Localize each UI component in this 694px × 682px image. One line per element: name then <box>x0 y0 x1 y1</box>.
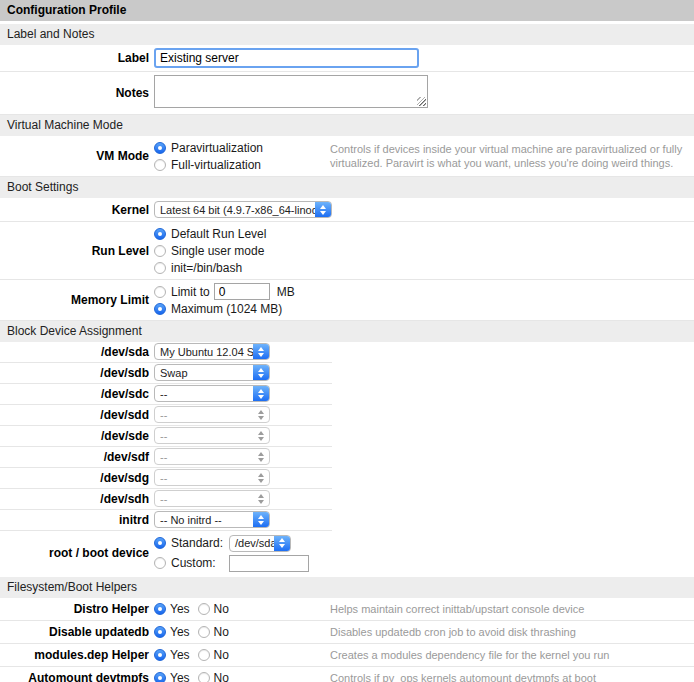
helper-help: Disables updatedb cron job to avoid disk… <box>330 625 694 639</box>
radio-yes[interactable] <box>154 649 166 661</box>
section-label-and-notes: Label and Notes <box>0 24 694 45</box>
initrd-label: initrd <box>0 513 149 527</box>
radio-yes[interactable] <box>154 603 166 615</box>
standard-root-select[interactable]: /dev/sda <box>229 535 291 552</box>
device-row-sde: /dev/sde -- <box>0 426 332 447</box>
radio-standard-root[interactable] <box>154 537 166 549</box>
kernel-label: Kernel <box>0 203 149 217</box>
automount-devtmpfs-row: Automount devtmpfs Yes No Controls if pv… <box>0 667 694 682</box>
kernel-row: Kernel Latest 64 bit (4.9.7-x86_64-linod… <box>0 198 694 222</box>
radio-init-bin-bash[interactable] <box>154 262 166 274</box>
root-boot-device-row: root / boot device Standard: /dev/sda Cu… <box>0 531 332 577</box>
radio-full-virtualization[interactable] <box>154 159 166 171</box>
run-level-row: Run Level Default Run Level Single user … <box>0 222 694 280</box>
yes-label: Yes <box>170 625 190 639</box>
radio-yes[interactable] <box>154 626 166 638</box>
automount-devtmpfs-label: Automount devtmpfs <box>0 671 149 682</box>
radio-no[interactable] <box>198 672 210 682</box>
device-row-sda: /dev/sda My Ubuntu 12.04 Server <box>0 342 332 363</box>
vm-mode-label: VM Mode <box>0 149 149 163</box>
device-label: /dev/sdh <box>0 492 149 506</box>
device-row-sdh: /dev/sdh -- <box>0 489 332 510</box>
device-label: /dev/sdf <box>0 450 149 464</box>
chevron-updown-icon <box>253 491 269 506</box>
section-virtual-machine-mode: Virtual Machine Mode <box>0 115 694 136</box>
select-value: -- <box>155 409 253 421</box>
sdc-select[interactable]: -- <box>154 385 270 402</box>
radio-paravirtualization-label: Paravirtualization <box>171 141 263 155</box>
select-value: -- <box>155 430 253 442</box>
sdg-select[interactable]: -- <box>154 469 270 486</box>
chevron-updown-icon <box>253 365 269 380</box>
radio-maximum-memory[interactable] <box>154 303 166 315</box>
custom-root-input[interactable] <box>229 555 309 572</box>
distro-helper-row: Distro Helper Yes No Helps maintain corr… <box>0 598 694 621</box>
device-label: /dev/sdd <box>0 408 149 422</box>
radio-yes[interactable] <box>154 672 166 682</box>
radio-limit-to-label: Limit to <box>171 285 210 299</box>
section-block-device-assignment: Block Device Assignment <box>0 321 694 342</box>
radio-custom-root[interactable] <box>154 557 166 569</box>
sdd-select[interactable]: -- <box>154 406 270 423</box>
no-label: No <box>214 671 229 682</box>
chevron-updown-icon <box>253 344 269 359</box>
section-boot-settings: Boot Settings <box>0 177 694 198</box>
device-label: /dev/sde <box>0 429 149 443</box>
chevron-updown-icon <box>315 202 331 217</box>
notes-row: Notes <box>0 72 694 115</box>
sdh-select[interactable]: -- <box>154 490 270 507</box>
yes-label: Yes <box>170 671 190 682</box>
modules-dep-helper-row: modules.dep Helper Yes No Creates a modu… <box>0 644 694 667</box>
chevron-updown-icon <box>253 470 269 485</box>
select-value: -- <box>155 493 253 505</box>
initrd-row: initrd -- No initrd -- <box>0 510 332 531</box>
device-row-sdb: /dev/sdb Swap <box>0 363 332 384</box>
radio-no[interactable] <box>198 626 210 638</box>
kernel-select-value: Latest 64 bit (4.9.7-x86_64-linode80) <box>155 204 315 216</box>
helper-help: Controls if pv_ops kernels automount dev… <box>330 671 694 682</box>
sdb-select[interactable]: Swap <box>154 364 270 381</box>
label-field-label: Label <box>0 51 149 65</box>
device-row-sdc: /dev/sdc -- <box>0 384 332 405</box>
radio-no[interactable] <box>198 649 210 661</box>
radio-no[interactable] <box>198 603 210 615</box>
kernel-select[interactable]: Latest 64 bit (4.9.7-x86_64-linode80) <box>154 201 332 218</box>
memory-limit-row: Memory Limit Limit to MB Maximum (1024 M… <box>0 280 694 321</box>
device-row-sdd: /dev/sdd -- <box>0 405 332 426</box>
chevron-updown-icon <box>253 512 269 527</box>
root-boot-device-label: root / boot device <box>0 546 149 560</box>
chevron-updown-icon <box>253 449 269 464</box>
select-value: Swap <box>155 367 253 379</box>
configuration-profile-page: Configuration Profile Label and Notes La… <box>0 0 694 682</box>
label-row: Label <box>0 45 694 72</box>
notes-field-label: Notes <box>0 86 149 100</box>
select-value: -- <box>155 451 253 463</box>
device-label: /dev/sdc <box>0 387 149 401</box>
radio-single-user-mode[interactable] <box>154 245 166 257</box>
vm-mode-row: VM Mode Paravirtualization Full-virtuali… <box>0 136 694 177</box>
device-label: /dev/sdb <box>0 366 149 380</box>
chevron-updown-icon <box>253 386 269 401</box>
radio-default-run-level[interactable] <box>154 228 166 240</box>
radio-custom-label: Custom: <box>171 556 229 570</box>
device-row-sdf: /dev/sdf -- <box>0 447 332 468</box>
no-label: No <box>214 602 229 616</box>
yes-label: Yes <box>170 602 190 616</box>
initrd-select[interactable]: -- No initrd -- <box>154 511 270 528</box>
radio-limit-to[interactable] <box>154 286 166 298</box>
vm-mode-help: Controls if devices inside your virtual … <box>330 142 694 170</box>
memory-limit-label: Memory Limit <box>0 293 149 307</box>
notes-textarea[interactable] <box>154 75 428 108</box>
radio-paravirtualization[interactable] <box>154 142 166 154</box>
memory-limit-input[interactable] <box>214 283 270 300</box>
sdf-select[interactable]: -- <box>154 448 270 465</box>
radio-init-bin-bash-label: init=/bin/bash <box>171 261 242 275</box>
no-label: No <box>214 625 229 639</box>
run-level-label: Run Level <box>0 244 149 258</box>
sda-select[interactable]: My Ubuntu 12.04 Server <box>154 343 270 360</box>
select-value: -- <box>155 388 253 400</box>
chevron-updown-icon <box>253 407 269 422</box>
sde-select[interactable]: -- <box>154 427 270 444</box>
distro-helper-label: Distro Helper <box>0 602 149 616</box>
label-input[interactable] <box>154 48 419 68</box>
